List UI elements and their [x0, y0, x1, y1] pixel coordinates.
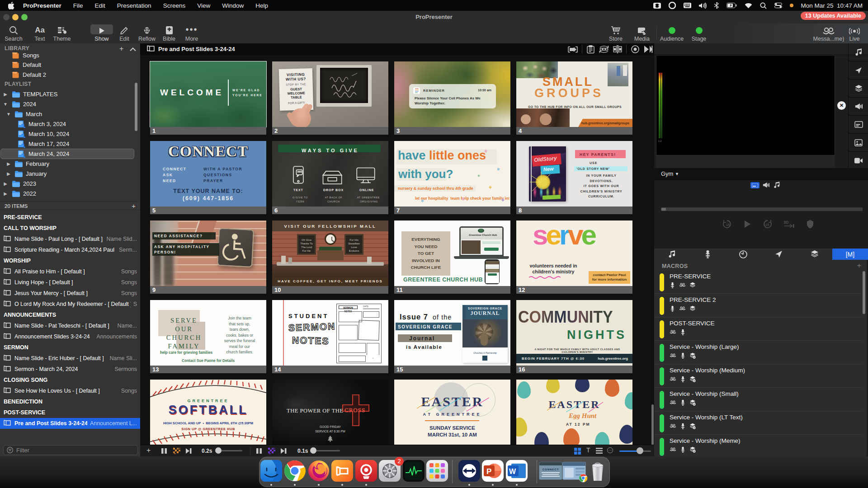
- svg-text:W: W: [509, 468, 516, 475]
- svg-text:Steadfast: Steadfast: [348, 242, 360, 245]
- svg-text:3D: 3D: [783, 220, 789, 225]
- svg-text:Endures: Endures: [349, 249, 359, 252]
- svg-text:For His: For His: [349, 239, 358, 241]
- svg-text:Love: Love: [351, 246, 357, 249]
- svg-text:15: 15: [765, 223, 769, 226]
- svg-text:P: P: [486, 467, 491, 476]
- svg-text:For He: For He: [302, 249, 311, 252]
- svg-text:Thanks To: Thanks To: [300, 242, 313, 245]
- svg-text:15: 15: [726, 223, 730, 226]
- svg-text:The Lord: The Lord: [301, 246, 312, 249]
- svg-text:Oh Give: Oh Give: [302, 239, 312, 241]
